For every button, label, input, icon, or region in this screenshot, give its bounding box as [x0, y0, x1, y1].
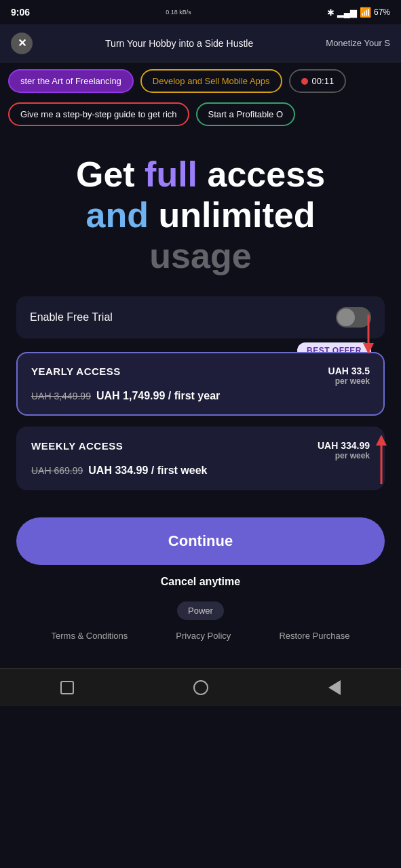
weekly-plan-title: WEEKLY ACCESS [31, 440, 123, 452]
tags-row-1: ster the Art of Freelancing Develop and … [0, 62, 401, 100]
free-trial-row: Enable Free Trial [16, 296, 385, 338]
tag-timer: 00:11 [289, 69, 347, 93]
nav-bar [0, 668, 401, 706]
bluetooth-icon: ✱ [327, 7, 335, 18]
signal-icon: ▂▄▆ [337, 7, 357, 18]
banner-text: Turn Your Hobby into a Side Hustle [33, 38, 326, 49]
weekly-plan-header: WEEKLY ACCESS UAH 334.99 per week [31, 440, 370, 460]
status-bar: 9:06 0.18 kB/s ✱ ▂▄▆ 📶 67% [0, 0, 401, 24]
weekly-plan-details: UAH 669.99 UAH 334.99 / first week [31, 465, 370, 477]
yearly-plan-title: YEARLY ACCESS [31, 366, 121, 377]
close-button[interactable]: ✕ [11, 33, 33, 54]
main-content: Get full access and unlimited usage Enab… [0, 134, 401, 668]
nav-circle-icon [193, 680, 208, 695]
weekly-price-right: UAH 334.99 per week [318, 440, 370, 460]
footer-links: Terms & Conditions Privacy Policy Restor… [16, 631, 385, 654]
arrow-weekly [371, 433, 392, 488]
svg-marker-1 [363, 343, 374, 354]
yearly-old-price: UAH 3,449.99 [31, 391, 91, 401]
svg-marker-3 [376, 435, 387, 446]
nav-triangle-icon [328, 680, 341, 695]
nav-back-button[interactable] [326, 679, 343, 696]
toggle-thumb [337, 309, 355, 326]
yearly-plan-header: YEARLY ACCESS UAH 33.5 per week [31, 366, 370, 386]
timer-dot [301, 78, 308, 85]
restore-link[interactable]: Restore Purchase [279, 631, 349, 641]
status-time: 9:06 [11, 7, 30, 18]
continue-button[interactable]: Continue [16, 517, 385, 565]
yearly-plan-card[interactable]: YEARLY ACCESS UAH 33.5 per week UAH 3,44… [16, 352, 385, 416]
tags-row-2: Give me a step-by-step guide to get rich… [0, 100, 401, 134]
top-banner: ✕ Turn Your Hobby into a Side Hustle Mon… [0, 24, 401, 62]
tag-get-rich[interactable]: Give me a step-by-step guide to get rich [8, 102, 189, 126]
banner-right-text: Monetize Your S [326, 38, 390, 48]
cancel-text: Cancel anytime [16, 576, 385, 588]
privacy-link[interactable]: Privacy Policy [176, 631, 231, 641]
nav-square-button[interactable] [59, 679, 75, 696]
tag-freelancing[interactable]: ster the Art of Freelancing [8, 69, 134, 93]
nav-home-button[interactable] [193, 679, 209, 696]
footer-badge-container: Power [16, 601, 385, 620]
battery-text: 67% [374, 7, 390, 17]
weekly-plan-card[interactable]: WEEKLY ACCESS UAH 334.99 per week UAH 66… [16, 427, 385, 490]
status-network: 0.18 kB/s [166, 9, 191, 16]
headline: Get full access and unlimited usage [16, 155, 385, 276]
terms-link[interactable]: Terms & Conditions [52, 631, 128, 641]
weekly-plan-container: WEEKLY ACCESS UAH 334.99 per week UAH 66… [16, 427, 385, 490]
tag-mobile-apps[interactable]: Develop and Sell Mobile Apps [140, 69, 282, 93]
status-right: ✱ ▂▄▆ 📶 67% [327, 7, 390, 18]
wifi-icon: 📶 [360, 7, 371, 18]
power-badge: Power [177, 601, 224, 620]
nav-square-icon [60, 681, 74, 694]
weekly-new-price: UAH 334.99 / first week [88, 465, 207, 477]
free-trial-label: Enable Free Trial [30, 311, 113, 323]
yearly-plan-details: UAH 3,449.99 UAH 1,749.99 / first year [31, 390, 370, 402]
yearly-price-right: UAH 33.5 per week [328, 366, 370, 386]
yearly-new-price: UAH 1,749.99 / first year [96, 390, 220, 402]
weekly-old-price: UAH 669.99 [31, 465, 83, 476]
yearly-plan-container: BEST OFFER YEARLY ACCESS UAH 33.5 per we… [16, 352, 385, 416]
tag-profitable[interactable]: Start a Profitable O [196, 102, 296, 126]
arrow-yearly [355, 315, 382, 355]
